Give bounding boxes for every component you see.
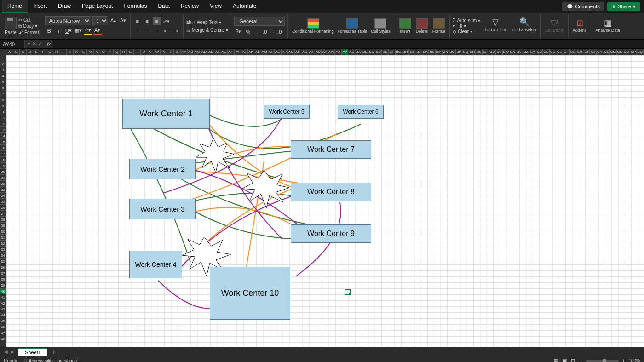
addins-button[interactable]: ⊞Add-ins — [571, 19, 588, 34]
column-header-AG[interactable]: AG — [221, 49, 228, 55]
row-header-27[interactable]: 27 — [0, 211, 6, 217]
column-header-AS[interactable]: AS — [301, 49, 308, 55]
column-header-T[interactable]: T — [134, 49, 141, 55]
sheet-tab-1[interactable]: Sheet1 — [18, 348, 47, 356]
column-header-AU[interactable]: AU — [315, 49, 322, 55]
row-header-8[interactable]: 8 — [0, 97, 6, 103]
align-middle-button[interactable]: ≡ — [143, 17, 151, 25]
row-header-32[interactable]: 32 — [0, 241, 6, 247]
column-header-W[interactable]: W — [154, 49, 161, 55]
comments-button[interactable]: 💬Comments — [562, 2, 604, 11]
column-header-AN[interactable]: AN — [268, 49, 275, 55]
borders-button[interactable]: ▦▾ — [74, 27, 82, 35]
column-header-CE[interactable]: CE — [556, 49, 563, 55]
prev-sheet-button[interactable]: ◀ — [3, 349, 9, 354]
row-header-41[interactable]: 41 — [0, 294, 6, 300]
shape-work-center-3[interactable]: Work Center 3 — [129, 199, 196, 219]
column-header-BM[interactable]: BM — [436, 49, 443, 55]
row-header-9[interactable]: 9 — [0, 103, 6, 109]
shape-work-center-6[interactable]: Work Center 6 — [338, 105, 384, 119]
column-header-BI[interactable]: BI — [409, 49, 416, 55]
column-header-BS[interactable]: BS — [476, 49, 483, 55]
column-header-AP[interactable]: AP — [282, 49, 288, 55]
find-select-button[interactable]: 🔍Find & Select — [511, 18, 538, 34]
row-header-24[interactable]: 24 — [0, 193, 6, 199]
align-right-button[interactable]: ≡ — [153, 27, 161, 35]
column-header-CK[interactable]: CK — [597, 49, 604, 55]
decrease-indent-button[interactable]: ⇤ — [162, 27, 171, 35]
shape-work-center-9[interactable]: Work Center 9 — [291, 224, 371, 243]
dropdown-icon[interactable]: ▾ — [28, 41, 30, 47]
column-header-AY[interactable]: AY — [342, 49, 349, 55]
cut-button[interactable]: ✂Cut — [18, 17, 39, 23]
bold-button[interactable]: B — [45, 27, 53, 35]
column-header-CF[interactable]: CF — [563, 49, 570, 55]
column-header-V[interactable]: V — [147, 49, 154, 55]
row-header-20[interactable]: 20 — [0, 169, 6, 175]
format-painter-button[interactable]: 🖌Format — [18, 30, 39, 35]
column-header-Y[interactable]: Y — [167, 49, 174, 55]
merge-centre-button[interactable]: ⊟Merge & Centre▾ — [186, 28, 229, 33]
column-header-BZ[interactable]: BZ — [523, 49, 530, 55]
shape-work-center-5[interactable]: Work Center 5 — [264, 105, 310, 119]
column-header-CB[interactable]: CB — [536, 49, 543, 55]
row-header-7[interactable]: 7 — [0, 91, 6, 97]
column-header-CL[interactable]: CL — [603, 49, 610, 55]
row-header-12[interactable]: 12 — [0, 121, 6, 127]
column-header-U[interactable]: U — [141, 49, 148, 55]
row-header-30[interactable]: 30 — [0, 229, 6, 235]
percent-button[interactable]: % — [244, 28, 252, 36]
add-sheet-button[interactable]: + — [47, 348, 60, 356]
autosum-button[interactable]: ΣAuto-sum▾ — [453, 18, 480, 23]
row-header-13[interactable]: 13 — [0, 127, 6, 133]
column-header-AD[interactable]: AD — [201, 49, 208, 55]
column-header-C[interactable]: C — [20, 49, 27, 55]
increase-decimal-button[interactable]: .0→ — [263, 28, 271, 36]
column-header-BP[interactable]: BP — [456, 49, 463, 55]
format-button[interactable]: Format — [431, 18, 447, 34]
column-header-B[interactable]: B — [13, 49, 20, 55]
column-header-CC[interactable]: CC — [543, 49, 550, 55]
column-header-L[interactable]: L — [80, 49, 87, 55]
tab-insert[interactable]: Insert — [28, 0, 52, 13]
zoom-in-button[interactable]: + — [622, 358, 625, 362]
row-header-19[interactable]: 19 — [0, 163, 6, 169]
accounting-button[interactable]: $▾ — [234, 28, 242, 36]
column-header-AO[interactable]: AO — [275, 49, 282, 55]
tab-data[interactable]: Data — [152, 0, 175, 13]
zoom-out-button[interactable]: − — [580, 358, 583, 362]
row-header-2[interactable]: 2 — [0, 61, 6, 67]
column-header-AQ[interactable]: AQ — [288, 49, 295, 55]
row-header-29[interactable]: 29 — [0, 223, 6, 229]
row-header-15[interactable]: 15 — [0, 139, 6, 145]
column-header-K[interactable]: K — [74, 49, 80, 55]
orientation-button[interactable]: ⤢▾ — [162, 17, 171, 25]
column-header-BC[interactable]: BC — [368, 49, 375, 55]
zoom-slider[interactable] — [586, 360, 619, 362]
column-header-BH[interactable]: BH — [402, 49, 409, 55]
row-header-3[interactable]: 3 — [0, 67, 6, 73]
column-header-BU[interactable]: BU — [489, 49, 496, 55]
column-header-I[interactable]: I — [60, 49, 67, 55]
column-header-O[interactable]: O — [100, 49, 107, 55]
row-header-42[interactable]: 42 — [0, 300, 6, 306]
column-header-BQ[interactable]: BQ — [462, 49, 469, 55]
wrap-text-button[interactable]: ab↲Wrap Text▾ — [186, 20, 229, 25]
column-header-AE[interactable]: AE — [207, 49, 214, 55]
column-header-BF[interactable]: BF — [389, 49, 396, 55]
row-header-25[interactable]: 25 — [0, 199, 6, 205]
select-all-corner[interactable] — [0, 49, 6, 55]
row-header-11[interactable]: 11 — [0, 115, 6, 121]
row-header-47[interactable]: 47 — [0, 330, 6, 336]
column-header-E[interactable]: E — [33, 49, 40, 55]
formula-input[interactable] — [53, 40, 644, 48]
column-header-CG[interactable]: CG — [570, 49, 577, 55]
fill-color-button[interactable]: ◇▾ — [84, 27, 92, 35]
column-header-BD[interactable]: BD — [375, 49, 382, 55]
row-header-36[interactable]: 36 — [0, 264, 6, 270]
italic-button[interactable]: I — [55, 27, 63, 35]
enter-icon[interactable]: ✓ — [38, 41, 42, 47]
row-header-18[interactable]: 18 — [0, 157, 6, 163]
column-header-CM[interactable]: CM — [610, 49, 617, 55]
delete-button[interactable]: Delete — [414, 18, 429, 34]
